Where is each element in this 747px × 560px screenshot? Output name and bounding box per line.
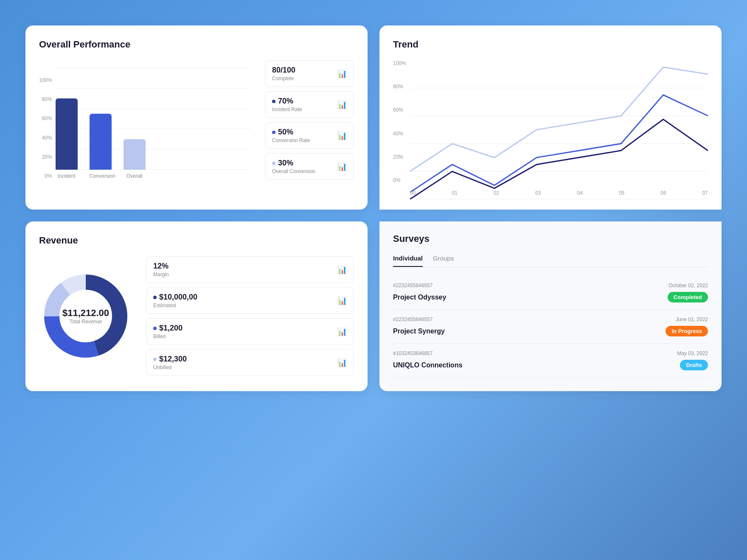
metric-estimated-value: $10,000,00 xyxy=(159,293,197,302)
performance-title: Overall Performance xyxy=(39,39,354,50)
bar-group-conversion xyxy=(90,114,112,170)
dot-overall xyxy=(272,162,275,165)
bar-label-overall: Overall xyxy=(124,173,146,179)
survey-date-uniqlo: May 03, 2022 xyxy=(677,350,708,356)
metric-unbilled-label: Unbilled xyxy=(153,364,187,370)
bar-incident xyxy=(56,98,78,170)
survey-id-uniqlo: #1032453646857 xyxy=(393,350,432,356)
metric-unbilled: $12,300 Unbilled 📊 xyxy=(146,349,354,376)
tab-individual[interactable]: Individual xyxy=(393,255,423,267)
bar-overall xyxy=(124,139,146,170)
trend-card: Trend 100% 80% 60% 40% 20% 0% xyxy=(379,25,722,210)
survey-date-synergy: June 01, 2022 xyxy=(676,316,708,322)
revenue-metrics-panel: 12% Margin 📊 $10,000,00 Estimated 📊 xyxy=(146,256,354,376)
trend-svg xyxy=(410,60,708,199)
bar-chart-area: 100% 80% 60% 40% 20% 0% xyxy=(39,60,251,179)
surveys-tabs: Individual Groups xyxy=(393,255,708,267)
survey-id-odyssey: #2232455646557 xyxy=(393,283,432,288)
metric-margin-value: 12% xyxy=(153,262,169,271)
y-axis: 100% 80% 60% 40% 20% 0% xyxy=(39,77,52,179)
bar-label-incident: Incident xyxy=(56,173,78,179)
revenue-title: Revenue xyxy=(39,235,354,246)
trend-title: Trend xyxy=(393,39,708,50)
status-badge-odyssey: Completed xyxy=(668,292,708,302)
metric-incident-value: 70% xyxy=(278,97,293,106)
dot-estimated xyxy=(153,296,157,299)
dot-billed xyxy=(153,327,157,330)
bar-chart-icon-3: 📊 xyxy=(337,131,347,140)
metric-estimated-label: Estimated xyxy=(153,302,197,308)
metric-complete: 80/100 Complete 📊 xyxy=(265,60,354,87)
bars-container xyxy=(56,68,251,170)
donut-container: $11,212.00 Total Revenue xyxy=(39,269,132,363)
metric-billed: $1,200 Billed 📊 xyxy=(146,318,354,345)
performance-card: Overall Performance 100% 80% 60% 40% 20%… xyxy=(25,25,368,210)
trend-chart: 100% 80% 60% 40% 20% 0% xyxy=(393,60,708,196)
metric-complete-value: 80/100 xyxy=(272,66,295,75)
surveys-card: Surveys Individual Groups #2232455646557… xyxy=(379,221,722,391)
trend-x-axis: 00 01 02 03 04 05 06 07 xyxy=(410,190,708,196)
bar-group-incident xyxy=(56,98,78,170)
bar-label-conversion: Conversion xyxy=(90,173,112,179)
bar-chart-icon-5: 📊 xyxy=(337,265,347,274)
survey-id-synergy: #2232455646557 xyxy=(393,316,432,322)
performance-metrics-panel: 80/100 Complete 📊 70% Incident Rate 📊 xyxy=(265,60,354,180)
survey-name-synergy: Project Synergy xyxy=(393,328,445,335)
metric-conversion-label: Conversion Rate xyxy=(272,137,310,143)
metric-overall-value: 30% xyxy=(278,159,293,168)
metric-overall-label: Overall Conversion xyxy=(272,168,315,174)
bar-conversion xyxy=(90,114,112,170)
status-badge-synergy: In Progress xyxy=(666,326,708,336)
status-badge-uniqlo: Drafts xyxy=(680,360,708,370)
revenue-total-label: Total Revenue xyxy=(62,319,109,325)
bar-chart-icon-4: 📊 xyxy=(337,162,347,171)
metric-billed-value: $1,200 xyxy=(159,324,183,333)
tab-groups[interactable]: Groups xyxy=(433,255,454,267)
metric-unbilled-value: $12,300 xyxy=(159,355,187,364)
revenue-inner: $11,212.00 Total Revenue 12% Margin 📊 xyxy=(39,256,354,376)
metric-conversion-rate: 50% Conversion Rate 📊 xyxy=(265,122,354,149)
survey-item-synergy: #2232455646557 June 01, 2022 Project Syn… xyxy=(393,310,708,344)
survey-name-uniqlo: UNIQLO Connections xyxy=(393,361,463,369)
bar-chart-icon: 📊 xyxy=(337,69,347,78)
bar-labels: Incident Conversion Overall xyxy=(56,173,251,179)
survey-name-odyssey: Project Odyssey xyxy=(393,294,446,301)
survey-item-odyssey: #2232455646557 October 02, 2022 Project … xyxy=(393,276,708,310)
dot-unbilled xyxy=(153,358,157,361)
trend-y-axis: 100% 80% 60% 40% 20% 0% xyxy=(393,60,406,183)
dot-conversion xyxy=(272,131,275,134)
bar-chart-icon-7: 📊 xyxy=(337,327,347,336)
donut-center: $11,212.00 Total Revenue xyxy=(62,308,109,325)
bar-chart-icon-2: 📊 xyxy=(337,100,347,109)
metric-incident-label: Incident Rate xyxy=(272,106,302,112)
metric-margin-label: Margin xyxy=(153,272,169,277)
metric-estimated: $10,000,00 Estimated 📊 xyxy=(146,287,354,314)
revenue-total: $11,212.00 xyxy=(62,308,109,319)
metric-complete-label: Complete xyxy=(272,76,295,81)
metric-billed-label: Billed xyxy=(153,333,183,339)
bar-chart-icon-6: 📊 xyxy=(337,296,347,305)
survey-date-odyssey: October 02, 2022 xyxy=(668,283,708,288)
survey-item-uniqlo: #1032453646857 May 03, 2022 UNIQLO Conne… xyxy=(393,344,708,378)
dot-incident xyxy=(272,100,275,103)
metric-incident-rate: 70% Incident Rate 📊 xyxy=(265,91,354,118)
surveys-title: Surveys xyxy=(393,233,708,244)
metric-margin: 12% Margin 📊 xyxy=(146,256,354,283)
revenue-card: Revenue $11,212.00 Total Revenue xyxy=(25,221,368,391)
bar-chart-icon-8: 📊 xyxy=(337,358,347,367)
metric-conversion-value: 50% xyxy=(278,128,293,137)
performance-inner: 100% 80% 60% 40% 20% 0% xyxy=(39,60,354,180)
bar-group-overall xyxy=(124,139,146,170)
metric-overall-conversion: 30% Overall Conversion 📊 xyxy=(265,153,354,180)
